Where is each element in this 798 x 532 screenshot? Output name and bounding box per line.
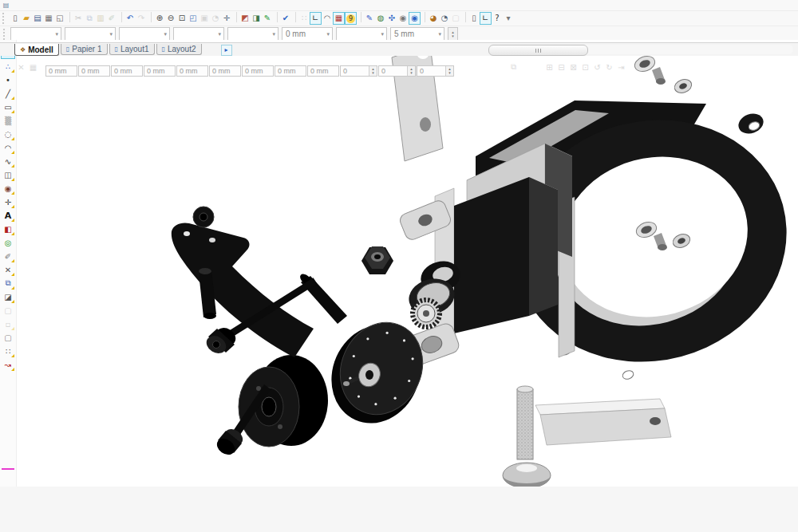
angle-snap-button[interactable]: ◠: [322, 12, 333, 25]
text-tool[interactable]: A: [2, 209, 14, 222]
toolbar-spinner-button[interactable]: ▴ ▾: [448, 27, 458, 41]
tab-modell[interactable]: ❖ Modell: [14, 44, 59, 56]
align-right-icon[interactable]: ⊠: [567, 61, 579, 73]
zoom-out-button[interactable]: ⊖: [165, 12, 176, 25]
drawing-canvas[interactable]: [17, 40, 798, 487]
spinner-buttons[interactable]: ▴ ▾: [407, 66, 415, 76]
spin-down-icon[interactable]: ▾: [410, 71, 413, 75]
ucs-button[interactable]: ∟: [480, 12, 492, 25]
combo-6[interactable]: 0 mm ▾: [282, 27, 333, 41]
quick-check-button[interactable]: ✔: [280, 12, 291, 25]
tab-papier-1[interactable]: ▯ Papier 1: [61, 44, 108, 55]
field-input[interactable]: 0 mm ▴ ▾: [111, 65, 143, 77]
field-input[interactable]: 0 mm ▴ ▾: [144, 65, 176, 77]
field-input[interactable]: 0 ▴ ▾: [378, 65, 416, 77]
align-distribute-icon[interactable]: ⊡: [579, 61, 591, 73]
combo-2[interactable]: ▾: [65, 27, 116, 41]
chevron-down-icon[interactable]: ▾: [55, 31, 61, 37]
combo-4[interactable]: ▾: [173, 27, 224, 41]
part-bracket-arm[interactable]: [172, 223, 314, 357]
save-button[interactable]: ▤: [32, 12, 43, 25]
solid-tool[interactable]: ◫: [2, 168, 14, 181]
sphere-tool[interactable]: ◉: [2, 182, 14, 195]
sketch-tool[interactable]: ▒: [2, 114, 14, 127]
zoom-in-button[interactable]: ⊕: [154, 12, 165, 25]
context-help-button[interactable]: ?: [492, 12, 503, 25]
undo-button[interactable]: ↶: [124, 12, 136, 25]
group-icon[interactable]: ⧉: [508, 61, 519, 73]
move-3d-tool[interactable]: ✛: [2, 195, 14, 208]
raster-snap-button[interactable]: ▦: [333, 12, 345, 25]
select-window-tool[interactable]: ▫: [2, 317, 14, 330]
step-icon[interactable]: ⇥: [615, 61, 627, 73]
render-paint-button[interactable]: ◩: [239, 12, 251, 25]
field-input[interactable]: 0 ▴ ▾: [340, 65, 377, 77]
workplane-button[interactable]: ∟: [310, 12, 322, 25]
tab-layout1[interactable]: ▯ Layout1: [109, 44, 155, 55]
combo-3[interactable]: ▾: [119, 27, 170, 41]
spinner-buttons[interactable]: ▴ ▾: [445, 66, 453, 76]
chevron-down-icon[interactable]: ▾: [164, 31, 169, 37]
point-tool[interactable]: •: [2, 73, 14, 86]
align-left-icon[interactable]: ⊞: [543, 61, 555, 73]
chevron-down-icon[interactable]: ▾: [218, 31, 223, 37]
eraser-tool[interactable]: ✐: [2, 250, 14, 262]
open-file-button[interactable]: ▰: [21, 12, 32, 25]
polyline-tool[interactable]: ◌: [2, 128, 14, 140]
chevron-down-icon[interactable]: ▾: [326, 31, 332, 37]
field-input[interactable]: 0 mm ▴ ▾: [176, 65, 208, 77]
points-array-tool[interactable]: ∷: [2, 345, 14, 357]
measure-tool[interactable]: ✕: [2, 263, 14, 276]
curve-edit-tool[interactable]: ↝: [2, 358, 14, 371]
new-layout-button[interactable]: ▸: [221, 45, 232, 56]
new-file-button[interactable]: ▯: [10, 12, 21, 25]
arc-tool[interactable]: ◠: [2, 141, 14, 154]
toolbar-overflow-button[interactable]: ▾: [503, 12, 514, 25]
print-button[interactable]: ▦: [43, 12, 54, 25]
tab-layout2[interactable]: ▯ Layout2: [156, 44, 202, 55]
print-preview-button[interactable]: ◱: [54, 12, 65, 25]
draft-pen-button[interactable]: ✎: [262, 12, 273, 25]
rotate-left-icon[interactable]: ↺: [591, 61, 603, 73]
view-3d-tool[interactable]: ⧉: [2, 277, 14, 290]
table-icon[interactable]: ▦: [27, 61, 39, 73]
horizontal-scrollbar-thumb[interactable]: [488, 45, 588, 56]
globe-render-button[interactable]: ◉: [409, 12, 421, 25]
combo-1[interactable]: ▾: [10, 27, 61, 41]
combo-7[interactable]: ▾: [336, 27, 387, 41]
format-brush-button[interactable]: ✐: [106, 12, 117, 25]
zoom-all-button[interactable]: ◰: [188, 12, 199, 25]
camera-view-button[interactable]: ◔: [210, 12, 221, 25]
rectangle-tool[interactable]: ▭: [2, 100, 14, 113]
select-lasso-tool[interactable]: ▢: [2, 331, 14, 344]
copy-button[interactable]: ⧉: [84, 12, 95, 25]
zoom-window-button[interactable]: ⊡: [176, 12, 188, 25]
spinner-buttons[interactable]: ▴ ▾: [369, 66, 377, 76]
fan-view-button[interactable]: ✣: [386, 12, 397, 25]
chevron-down-icon[interactable]: ▾: [381, 31, 386, 37]
field-input[interactable]: 0 ▴ ▾: [417, 65, 454, 77]
part-shaft-rod[interactable]: [298, 272, 347, 324]
world-view-button[interactable]: ◍: [375, 12, 386, 25]
field-input[interactable]: 0 mm ▴ ▾: [209, 65, 241, 77]
field-input[interactable]: 0 mm ▴ ▾: [78, 65, 110, 77]
delete-icon[interactable]: ✕: [15, 61, 27, 73]
part-thumb-bolt[interactable]: [503, 386, 551, 487]
pan-button[interactable]: ✛: [221, 12, 232, 25]
grid-toggle-button[interactable]: ∷: [298, 12, 310, 25]
render-quality-button[interactable]: ◨: [251, 12, 262, 25]
field-input[interactable]: 0 mm ▴ ▾: [275, 65, 306, 77]
field-input[interactable]: 0 mm ▴ ▾: [242, 65, 274, 77]
spin-down-icon[interactable]: ▾: [448, 71, 451, 75]
spin-down-icon[interactable]: ▾: [452, 34, 454, 38]
spin-down-icon[interactable]: ▾: [372, 71, 374, 75]
align-center-icon[interactable]: ⊟: [555, 61, 567, 73]
extrude-tool[interactable]: ◪: [2, 290, 14, 303]
combo-5[interactable]: ▾: [227, 27, 279, 41]
boolean-tool[interactable]: ▢: [2, 304, 14, 317]
spline-tool[interactable]: ∿: [2, 155, 14, 167]
visibility-button[interactable]: ◕: [428, 12, 439, 25]
line-tool[interactable]: ╱: [2, 87, 14, 100]
snap-tool[interactable]: ∴: [2, 60, 14, 73]
toolbar-drag-handle[interactable]: [2, 13, 7, 24]
